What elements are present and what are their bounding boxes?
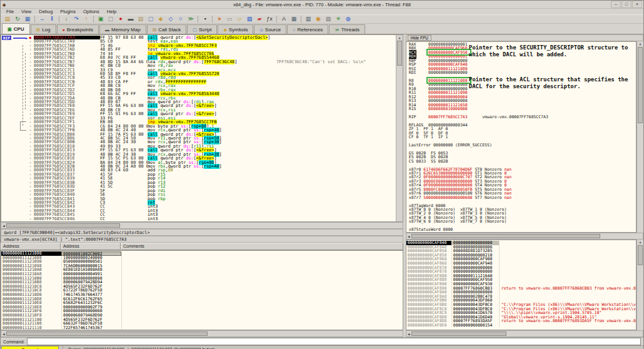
dump-row[interactable]: 00000000111210B00000000000000000 bbox=[1, 276, 403, 281]
scroll-left-icon[interactable]: ◀ bbox=[406, 235, 411, 238]
dump-row[interactable]: 0000000011121110722F657461745367 bbox=[1, 326, 403, 330]
register-line[interactable]: x87SW_B 0 x87SW_C3 0 x87SW_C2 0 bbox=[409, 232, 636, 233]
az-icon[interactable]: A bbox=[279, 15, 289, 23]
dump-row[interactable]: 00000000111210881000000000240000 bbox=[1, 256, 403, 260]
scrollbar-thumb[interactable] bbox=[411, 234, 600, 238]
dump-row[interactable]: 000000001112110866632F786D762F58 bbox=[1, 321, 403, 326]
erase-icon[interactable]: ▰ bbox=[255, 15, 264, 23]
run-icon[interactable]: → bbox=[38, 15, 47, 23]
dump-row[interactable]: 00000000111210B88000060079A2BD94 bbox=[1, 280, 403, 285]
dump-row[interactable]: 00000000111211004D565F232F6D762F bbox=[1, 318, 403, 322]
registers-vertical-scrollbar[interactable]: ▲ bbox=[636, 41, 643, 233]
dump-row[interactable]: 00000000111210A06E801ED1A5080A88 bbox=[1, 268, 403, 272]
log-icon[interactable]: ▢ bbox=[106, 15, 116, 23]
disasm-row[interactable]: •00007FF7685CC846CCint3 bbox=[1, 217, 403, 221]
breakpoints-icon[interactable]: ● bbox=[116, 15, 126, 23]
references-icon[interactable]: ○ bbox=[176, 15, 186, 23]
close-process-icon[interactable]: ▦ bbox=[23, 15, 33, 23]
step-into-icon[interactable]: ↓ bbox=[62, 15, 71, 23]
scrollbar-thumb[interactable] bbox=[6, 331, 208, 336]
minimize-button[interactable]: – bbox=[611, 1, 621, 8]
tab-script[interactable]: ▢Script bbox=[187, 24, 217, 34]
cpu-icon[interactable]: ▣ bbox=[96, 15, 106, 23]
step-over-icon[interactable]: ↷ bbox=[72, 15, 81, 23]
menu-plugins[interactable]: Plugins bbox=[56, 9, 79, 14]
update-icon[interactable]: ▧ bbox=[324, 15, 333, 23]
scrollbar-thumb[interactable] bbox=[411, 331, 506, 336]
dump-row[interactable]: 00000000111210987CA6DB6000000015 bbox=[1, 264, 403, 268]
bug-icon[interactable]: ✳ bbox=[334, 15, 343, 23]
dump-header-address-0[interactable]: Address bbox=[1, 243, 61, 250]
menu-file[interactable]: File bbox=[3, 9, 18, 14]
maximize-button[interactable]: □ bbox=[621, 1, 631, 8]
dump-comment bbox=[121, 293, 403, 297]
about-icon[interactable]: ◍ bbox=[344, 15, 353, 23]
scrollbar-thumb[interactable] bbox=[638, 245, 643, 265]
patch-icon[interactable]: ∗ bbox=[215, 15, 224, 23]
scroll-left-icon[interactable]: ◀ bbox=[1, 224, 6, 228]
tab-breakpoints[interactable]: ●Breakpoints bbox=[57, 24, 99, 34]
command-input[interactable] bbox=[27, 338, 641, 345]
menu-help[interactable]: Help bbox=[103, 9, 120, 14]
execute-till-return-icon[interactable]: ↑ bbox=[82, 15, 91, 23]
dump-row[interactable]: 00000000111210D86C612F6C61762F65 bbox=[1, 297, 403, 301]
scrollbar-thumb[interactable] bbox=[638, 47, 643, 123]
dump-row[interactable]: 00000000111210D07461745367664377 bbox=[1, 293, 403, 297]
highlight-icon[interactable]: ▨ bbox=[245, 15, 254, 23]
dump-row[interactable]: 00000000111210F00000000000000000 bbox=[1, 309, 403, 313]
scrollbar-thumb[interactable] bbox=[6, 223, 120, 228]
script-icon[interactable]: ▢ bbox=[146, 15, 156, 23]
tab-memory-map[interactable]: ▬Memory Map bbox=[99, 24, 146, 34]
stack-horizontal-scrollbar[interactable]: ◀ bbox=[406, 330, 643, 337]
dump-row[interactable]: 00000000111210E065682F6431232F6C bbox=[1, 301, 403, 305]
open-file-icon[interactable]: ▤ bbox=[3, 15, 13, 23]
dump-row[interactable]: 00000000111210E80000000000002F79 bbox=[1, 305, 403, 310]
calculator-icon[interactable]: ▦ bbox=[289, 15, 299, 23]
dump-row[interactable]: 00000000111210900500000000000501 bbox=[1, 260, 403, 264]
dump-row[interactable]: 00000000111210A80000000000004991 bbox=[1, 272, 403, 276]
fx-icon[interactable]: ƒx bbox=[265, 15, 274, 23]
tab-log[interactable]: ▤Log bbox=[31, 24, 56, 34]
tab-cpu[interactable]: ▣CPU bbox=[2, 23, 30, 34]
disassembly-horizontal-scrollbar[interactable]: ◀ bbox=[1, 222, 403, 229]
dump-row[interactable]: 00000000111210C861722F786D762F58 bbox=[1, 288, 403, 293]
scroll-up-icon[interactable]: ▲ bbox=[637, 41, 643, 46]
scroll-left-icon[interactable]: ◀ bbox=[406, 332, 411, 336]
hide-fpu-button[interactable]: Hide FPU bbox=[408, 35, 431, 41]
symbols-icon[interactable]: ◆ bbox=[156, 15, 166, 23]
menu-view[interactable]: View bbox=[18, 9, 35, 14]
scroll-left-icon[interactable]: ◀ bbox=[1, 332, 6, 336]
tab-call-stack[interactable]: ▤Call Stack bbox=[147, 24, 187, 34]
snowman-icon[interactable]: ▪ bbox=[201, 15, 210, 23]
menu-options[interactable]: Options bbox=[79, 9, 103, 14]
attach-icon[interactable]: ◉ bbox=[314, 15, 323, 23]
tab-symbols[interactable]: ◆Symbols bbox=[218, 24, 253, 34]
restart-icon[interactable]: ↻ bbox=[13, 15, 23, 23]
stack-vertical-scrollbar[interactable]: ▲ bbox=[636, 240, 643, 330]
dump-horizontal-scrollbar[interactable]: ◀ bbox=[1, 330, 403, 337]
menu-debug[interactable]: Debug bbox=[35, 9, 56, 14]
tab-threads[interactable]: ≫Threads bbox=[329, 24, 365, 34]
memory-map-icon[interactable]: ▬ bbox=[126, 15, 136, 23]
label-icon[interactable]: ▱ bbox=[235, 15, 244, 23]
memmap2-icon[interactable]: ▥ bbox=[304, 15, 313, 23]
close-button[interactable]: × bbox=[632, 1, 642, 8]
tab-source[interactable]: ◇Source bbox=[254, 24, 286, 34]
dump-header-comments-2[interactable]: Comments bbox=[121, 243, 403, 250]
dump-header-address-1[interactable]: Address bbox=[61, 243, 121, 250]
dump-row[interactable]: 000000001112108000000001002C0002 bbox=[1, 251, 403, 256]
dump-row[interactable]: 00000000111210F88000060079A68D90 bbox=[1, 313, 403, 318]
comment-icon[interactable]: ▭ bbox=[225, 15, 234, 23]
log-icon: ▤ bbox=[36, 28, 41, 32]
scroll-up-icon[interactable]: ▲ bbox=[637, 240, 643, 245]
pause-icon[interactable]: ‖ bbox=[48, 15, 57, 23]
source-icon[interactable]: ◇ bbox=[166, 15, 176, 23]
stack-row[interactable]: 0000000000CAF8E00000000000000154 bbox=[406, 323, 636, 328]
dump-row[interactable]: 00000000111210C04D565F232F6D762F bbox=[1, 285, 403, 289]
dump-comment bbox=[121, 285, 403, 289]
registers-horizontal-scrollbar[interactable]: ◀ bbox=[406, 233, 643, 240]
dump-comment bbox=[121, 318, 403, 322]
tab-references[interactable]: ○References bbox=[287, 24, 328, 34]
call-stack-icon[interactable]: ▤ bbox=[136, 15, 146, 23]
threads-icon[interactable]: ≫ bbox=[186, 15, 196, 23]
